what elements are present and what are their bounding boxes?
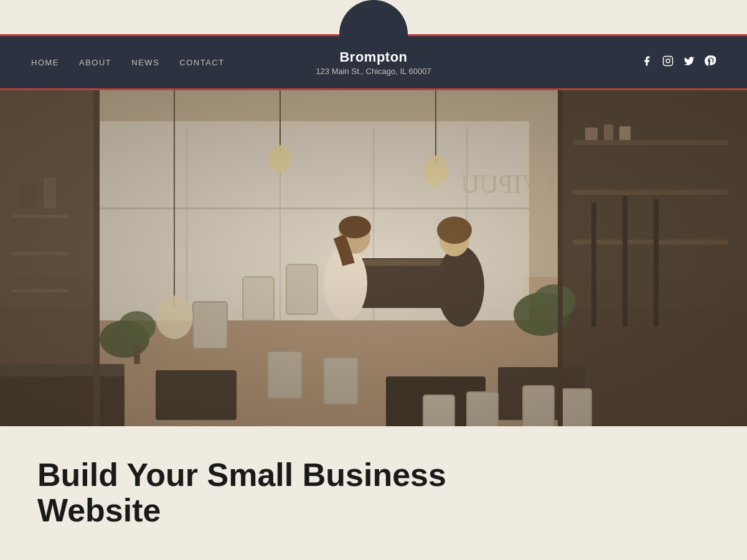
facebook-icon[interactable]: [641, 55, 652, 70]
twitter-icon[interactable]: [684, 55, 695, 70]
nav-about[interactable]: ABOUT: [79, 58, 111, 67]
top-strip: [0, 0, 747, 34]
nav-news[interactable]: NEWS: [131, 58, 159, 67]
bottom-section: Build Your Small Business Website: [0, 426, 747, 559]
main-nav: HOME ABOUT NEWS CONTACT: [31, 58, 225, 67]
site-address: 123 Main St., Chicago, IL 60007: [316, 67, 431, 76]
nav-home[interactable]: HOME: [31, 58, 59, 67]
hero-image: KAHVIPUU: [0, 90, 747, 426]
nav-contact[interactable]: CONTACT: [179, 58, 224, 67]
instagram-icon[interactable]: [662, 55, 674, 70]
hero-section: KAHVIPUU: [0, 90, 747, 426]
site-title: Brompton: [316, 49, 431, 65]
main-heading: Build Your Small Business Website: [37, 457, 473, 528]
site-branding: Brompton 123 Main St., Chicago, IL 60007: [316, 49, 431, 76]
svg-point-1: [666, 59, 670, 63]
social-icons-group: [641, 55, 716, 70]
pinterest-icon[interactable]: [705, 55, 716, 70]
svg-point-2: [670, 58, 671, 59]
svg-rect-66: [0, 90, 747, 426]
svg-rect-0: [664, 56, 673, 65]
